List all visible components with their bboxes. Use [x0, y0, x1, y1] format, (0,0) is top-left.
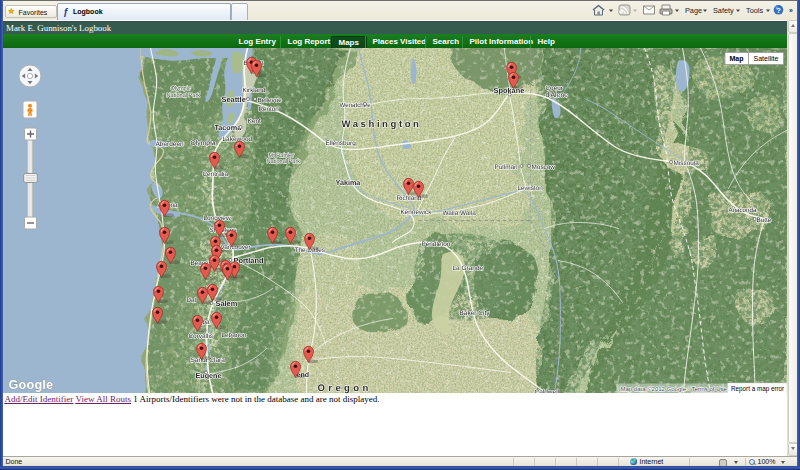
svg-text:?: ?	[776, 6, 781, 15]
svg-text:Butte: Butte	[756, 216, 771, 223]
svg-text:Google: Google	[8, 377, 53, 391]
svg-text:ba: ba	[202, 318, 210, 325]
svg-text:Longview: Longview	[203, 214, 230, 221]
svg-text:Yakima: Yakima	[335, 177, 361, 186]
svg-text:Kirkland: Kirkland	[242, 86, 265, 93]
svg-text:Baker City: Baker City	[459, 309, 490, 316]
svg-text:Pullman: Pullman	[494, 163, 518, 170]
svg-text:Eugene: Eugene	[195, 370, 221, 379]
svg-text:Report a map error: Report a map error	[731, 384, 784, 392]
svg-text:Missoula: Missoula	[673, 159, 699, 166]
svg-text:Map data ©2012 Google -: Map data ©2012 Google -	[620, 385, 689, 391]
svg-text:Ellensburg: Ellensburg	[325, 139, 356, 146]
svg-text:Seattle: Seattle	[221, 94, 245, 103]
svg-text:Lebanon: Lebanon	[221, 331, 246, 338]
svg-text:Centralia: Centralia	[202, 170, 228, 177]
svg-text:Mt Rainier: Mt Rainier	[268, 151, 294, 158]
svg-text:Aberdeen: Aberdeen	[155, 140, 184, 147]
svg-text:Renton: Renton	[258, 105, 279, 112]
svg-text:Safety: Safety	[713, 6, 734, 15]
svg-text:Olympic: Olympic	[170, 84, 190, 91]
svg-text:Kent: Kent	[247, 117, 261, 124]
svg-text:Oregon: Oregon	[317, 382, 371, 393]
svg-text:Coeur: Coeur	[545, 84, 563, 91]
svg-text:Page: Page	[685, 6, 702, 15]
svg-text:Washington: Washington	[341, 119, 421, 130]
svg-text:Kennewick: Kennewick	[400, 208, 432, 215]
svg-text:Map: Map	[729, 55, 743, 63]
svg-text:Tools: Tools	[746, 6, 763, 15]
svg-text:La Grande: La Grande	[452, 264, 483, 271]
svg-text:d'Alene: d'Alene	[545, 91, 568, 98]
svg-text:Terms of Use: Terms of Use	[691, 385, 727, 391]
svg-text:Walla Walla: Walla Walla	[442, 209, 476, 216]
svg-text:National Park: National Park	[266, 157, 300, 164]
svg-text:Tacoma: Tacoma	[214, 122, 242, 131]
svg-text:National Park: National Park	[166, 91, 200, 98]
svg-text:Pendleton: Pendleton	[421, 240, 450, 247]
svg-text:Dal: Dal	[186, 296, 196, 303]
svg-text:Lewiston: Lewiston	[517, 184, 543, 191]
svg-text:Corvallis: Corvallis	[188, 332, 213, 339]
svg-text:Satellite: Satellite	[753, 55, 778, 62]
svg-text:»: »	[789, 7, 793, 14]
svg-text:Bellevue: Bellevue	[257, 96, 282, 103]
svg-text:Moscow: Moscow	[531, 163, 555, 170]
svg-text:Anaconda: Anaconda	[728, 206, 756, 213]
